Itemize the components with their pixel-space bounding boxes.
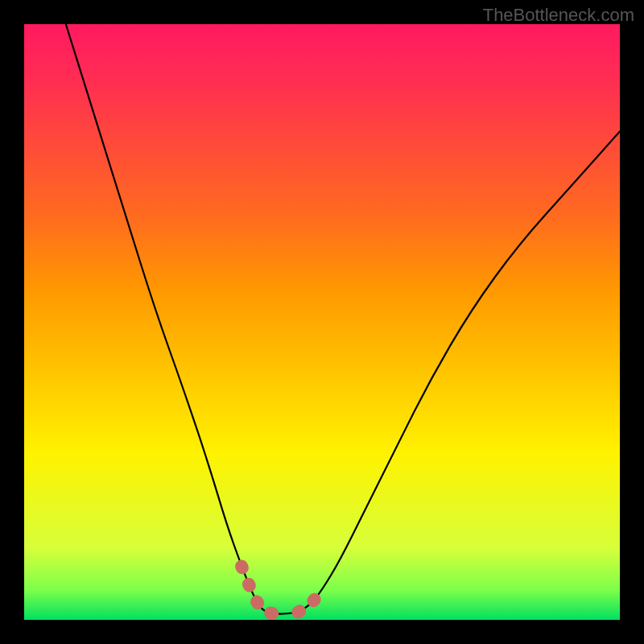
- chart-plot-area: [24, 24, 620, 620]
- annotation-blobs: [242, 566, 322, 613]
- watermark-text: TheBottleneck.com: [483, 5, 634, 26]
- chart-svg: [24, 24, 620, 620]
- bottleneck-curve: [66, 24, 620, 614]
- valley-left-blob: [242, 566, 275, 613]
